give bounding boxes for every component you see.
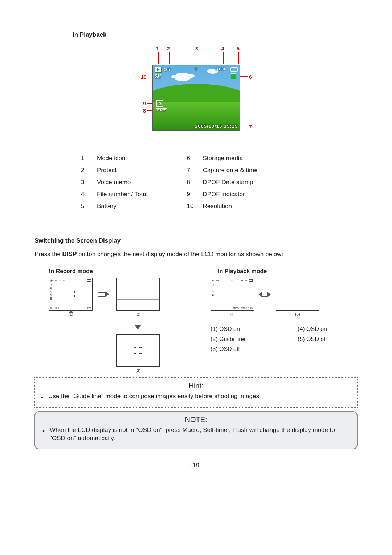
flow-line	[71, 313, 116, 351]
record-mode-diagram: ◉ sA ° ☼ Θ ◫ ▦ ◇ ✻ ▓ ▤ 4ː [▯] 200 (1) (2…	[34, 278, 189, 372]
hint-box: Hint: • Use the "Guide line" mode to com…	[34, 377, 358, 408]
mini-lcd-5	[276, 278, 319, 311]
osd-label: (4) OSD on	[298, 325, 358, 333]
switching-paragraph: Press the DISP button changes the next d…	[34, 250, 358, 259]
callout-num-7: 7	[249, 124, 252, 130]
mini-osd-top: ◉ sA ° ☼ Θ	[50, 279, 65, 282]
legend-label: Protect	[97, 166, 148, 175]
note-title: NOTE:	[42, 415, 350, 425]
mini-caption: (5)	[276, 312, 319, 316]
callout-legend: 1Mode icon 2Protect 3Voice memo 4File nu…	[81, 154, 358, 211]
legend-num: 1	[81, 154, 90, 163]
callout-num-6: 6	[249, 74, 252, 80]
para-text: button changes the next display mode of …	[77, 251, 283, 258]
disp-button-label: DISP	[62, 251, 77, 258]
callout-num-9: 9	[143, 101, 146, 106]
display-modes-row: In Record mode ◉ sA ° ☼ Θ ◫ ▦ ◇ ✻ ▓ ▤ 4ː…	[34, 267, 358, 373]
callout-line	[158, 52, 159, 64]
legend-label: Voice memo	[97, 178, 148, 187]
legend-num: 6	[187, 154, 196, 163]
camera-lcd: 2005/10/15 15:15	[152, 65, 240, 131]
legend-num: 4	[81, 190, 90, 199]
mini-caption: (2)	[116, 312, 160, 316]
mini-osd-br: 200	[87, 307, 91, 309]
mini-osd-left: ◫ ⚙ ▣	[212, 283, 214, 296]
record-mode-title: In Record mode	[49, 267, 189, 275]
legend-label: Battery	[97, 202, 148, 211]
callout-num-8: 8	[143, 108, 146, 114]
voice-memo-icon: Θ	[231, 279, 233, 282]
callout-num-2: 2	[167, 46, 170, 52]
af-brackets-icon	[134, 291, 142, 297]
playback-mode-block: In Playback mode ▶ Oπ Θ 1/120 ◫ ⚙ ▣ 2005…	[203, 267, 358, 373]
mode-icon	[155, 67, 162, 73]
protect-icon: Oπ	[163, 67, 171, 72]
mini-osd-bl: ▤ 4ː [▯]	[50, 307, 59, 309]
note-text: When the LCD display is not in "OSD on",…	[50, 426, 350, 443]
manual-page: In Playback 1 2 3 4 5 6 7 8 9 10 2005/10…	[0, 0, 392, 555]
page-number: - 19 -	[34, 462, 358, 470]
callout-num-5: 5	[237, 46, 240, 52]
callout-num-1: 1	[156, 46, 159, 52]
osd-label: (1) OSD on	[211, 325, 276, 333]
record-mode-block: In Record mode ◉ sA ° ☼ Θ ◫ ▦ ◇ ✻ ▓ ▤ 4ː…	[34, 267, 189, 373]
legend-num: 10	[187, 202, 196, 211]
mini-caption: (4)	[211, 312, 254, 316]
legend-num: 7	[187, 166, 196, 175]
callout-line	[238, 52, 239, 64]
callout-num-3: 3	[195, 46, 198, 52]
mini-caption: (3)	[116, 368, 160, 373]
legend-num: 3	[81, 178, 90, 187]
arrow-up-icon	[69, 310, 74, 313]
osd-label: (5) OSD off	[298, 335, 358, 343]
mini-lcd-3	[116, 334, 160, 367]
battery-icon	[230, 67, 238, 72]
legend-label: Mode icon	[97, 154, 148, 163]
legend-label: DPOF Date stamp	[203, 178, 258, 187]
osd-label: (3) OSD off	[211, 345, 276, 353]
arrow-down-icon	[135, 319, 141, 329]
bullet-icon: •	[42, 426, 45, 443]
switching-heading: Switching the Screen Display	[34, 237, 358, 245]
playback-lcd-diagram: 1 2 3 4 5 6 7 8 9 10 2005/10/15 15:15 Oπ…	[105, 44, 309, 142]
legend-num: 8	[187, 178, 196, 187]
callout-num-4: 4	[221, 46, 224, 52]
callout-line	[169, 52, 170, 64]
arrow-right-icon	[98, 291, 109, 297]
legend-num: 5	[81, 202, 90, 211]
para-text: Press the	[34, 251, 62, 258]
voice-memo-icon: ⑂	[194, 66, 198, 73]
lcd-datetime: 2005/10/15 15:15	[195, 123, 238, 129]
legend-col-left: 1Mode icon 2Protect 3Voice memo 4File nu…	[81, 154, 148, 211]
playback-mode-title: In Playback mode	[218, 267, 358, 275]
note-bullet: • When the LCD display is not in "OSD on…	[42, 426, 350, 443]
callout-num-10: 10	[141, 74, 147, 80]
callout-line	[197, 52, 197, 64]
legend-num: 9	[187, 190, 196, 199]
hint-text: Use the "Guide line" mode to compose ima…	[48, 392, 261, 402]
battery-icon	[249, 279, 253, 282]
mini-lcd-2	[116, 278, 160, 311]
in-playback-heading: In Playback	[73, 31, 358, 39]
resolution-label: 5M	[155, 74, 161, 79]
playback-mode-diagram: ▶ Oπ Θ 1/120 ◫ ⚙ ▣ 2005/10/15 15:15 (4) …	[203, 278, 358, 325]
legend-col-right: 6Storage media 7Capture date & time 8DPO…	[187, 154, 258, 211]
legend-num: 2	[81, 166, 90, 175]
arrow-left-right-icon	[258, 291, 271, 298]
legend-label: Resolution	[203, 202, 258, 211]
mini-osd-top: ▶ Oπ	[212, 279, 219, 282]
dpof-date-stamp: DATE	[156, 108, 167, 112]
note-box: NOTE: • When the LCD display is not in "…	[34, 411, 358, 449]
file-number: 1/120	[241, 279, 248, 282]
mini-osd-left: ◫ ▦ ◇ ✻ ▓	[50, 283, 53, 300]
legend-label: DPOF indicator	[203, 190, 258, 199]
bullet-icon: •	[41, 392, 43, 402]
af-brackets-icon	[134, 348, 142, 353]
hint-title: Hint:	[41, 381, 351, 391]
osd-mode-list: (1) OSD on (4) OSD on (2) Guide line (5)…	[211, 325, 358, 353]
osd-label: (2) Guide line	[211, 335, 276, 343]
battery-icon	[87, 279, 91, 282]
hint-bullet: • Use the "Guide line" mode to compose i…	[41, 392, 351, 402]
dpof-indicator-icon	[156, 100, 163, 107]
legend-label: Capture date & time	[203, 166, 258, 175]
